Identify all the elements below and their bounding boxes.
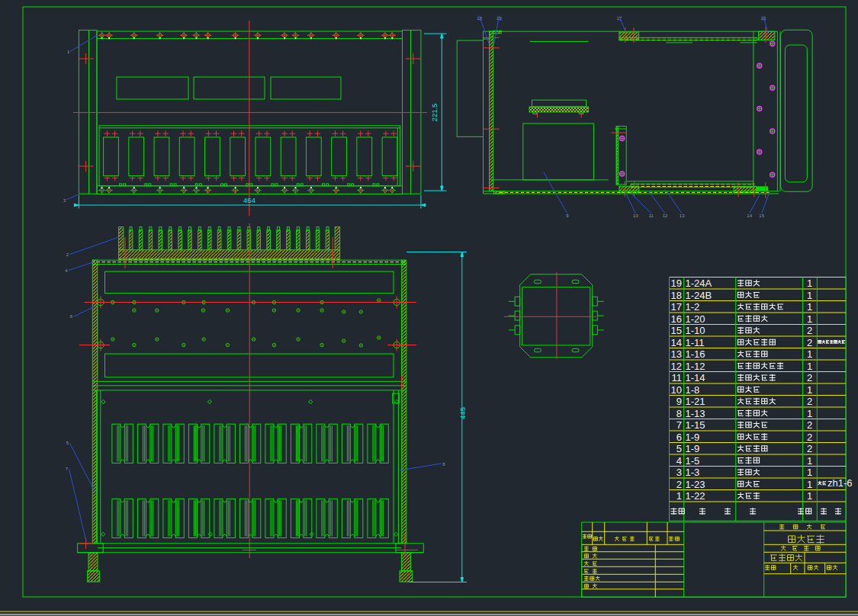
svg-text:14: 14 [747,213,752,218]
svg-text:445: 445 [458,407,467,419]
svg-text:15: 15 [671,325,682,336]
svg-text:1: 1 [807,467,812,478]
svg-text:1: 1 [676,490,682,502]
svg-text:7: 7 [676,419,682,431]
svg-text:1: 1 [807,278,812,289]
svg-text:1-9: 1-9 [686,432,700,443]
svg-text:14: 14 [671,337,682,348]
svg-text:zh1-6: zh1-6 [827,477,853,489]
svg-text:1: 1 [807,455,812,467]
svg-text:1: 1 [807,301,812,313]
svg-text:15: 15 [759,213,764,218]
svg-text:4: 4 [676,455,682,467]
svg-text:1: 1 [807,479,812,490]
svg-text:1: 1 [807,408,812,419]
svg-text:464: 464 [243,196,255,204]
svg-text:221.5: 221.5 [430,104,439,122]
svg-text:1-15: 1-15 [686,419,705,431]
svg-text:10: 10 [671,384,682,396]
svg-text:1: 1 [807,384,812,396]
svg-text:1-11: 1-11 [686,337,705,348]
svg-text:1-21: 1-21 [686,396,705,407]
svg-text:1-10: 1-10 [686,325,705,336]
svg-text:19: 19 [671,278,682,289]
svg-text:9: 9 [676,396,682,407]
svg-text:1: 1 [807,313,812,325]
svg-text:1-23: 1-23 [686,479,705,490]
svg-text:2: 2 [807,325,812,336]
svg-text:5: 5 [676,443,682,454]
svg-text:12: 12 [671,361,682,372]
svg-text:1: 1 [807,290,812,301]
svg-text:3: 3 [676,467,682,478]
svg-text:11: 11 [649,213,654,218]
svg-text:2: 2 [807,419,812,431]
svg-text:2: 2 [807,432,812,443]
svg-text:1-9: 1-9 [686,443,700,454]
svg-text:1-16: 1-16 [686,348,705,360]
svg-text:11: 11 [672,372,683,383]
svg-text:16: 16 [671,313,682,325]
svg-text:1-12: 1-12 [686,361,705,372]
svg-text:2: 2 [807,443,812,454]
svg-text:13: 13 [671,348,682,360]
svg-text:1: 1 [807,348,812,360]
svg-text:1-24B: 1-24B [686,290,712,301]
svg-text:1-5: 1-5 [686,455,700,467]
svg-text:1-22: 1-22 [686,490,705,502]
svg-text:1: 1 [807,361,812,372]
svg-text:2: 2 [807,396,812,407]
svg-text:1-8: 1-8 [686,384,700,396]
svg-text:12: 12 [663,213,668,218]
svg-text:13: 13 [680,213,685,218]
svg-text:1-3: 1-3 [686,467,700,478]
svg-text:8: 8 [676,408,682,419]
svg-text:10: 10 [633,213,638,218]
svg-text:1-24A: 1-24A [686,278,712,289]
svg-text:18: 18 [671,290,682,301]
svg-text:2: 2 [807,372,812,383]
svg-text:1-14: 1-14 [686,372,705,383]
svg-text:1-13: 1-13 [686,408,705,419]
svg-text:2: 2 [807,337,812,348]
svg-text:1-20: 1-20 [686,313,705,325]
svg-text:6: 6 [676,432,682,443]
svg-text:17: 17 [671,301,682,313]
svg-text:1-2: 1-2 [686,301,700,313]
svg-text:2: 2 [676,479,682,490]
svg-text:1: 1 [807,490,812,502]
